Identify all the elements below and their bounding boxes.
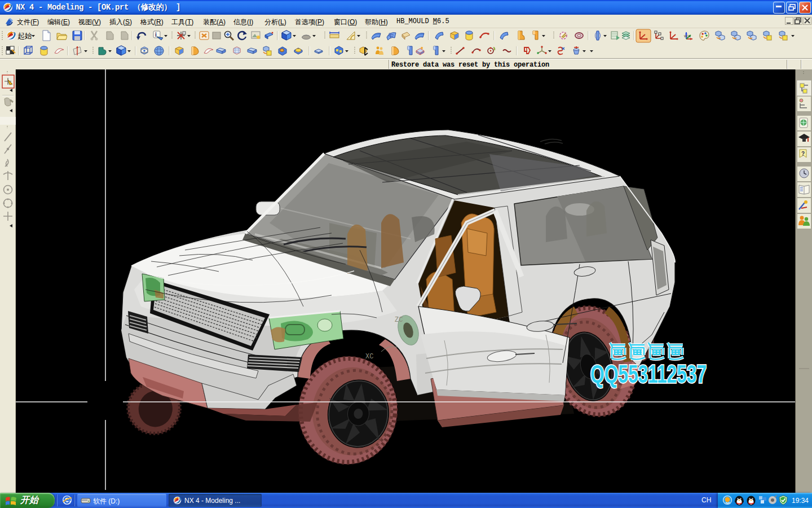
svg-text:XC: XC bbox=[365, 353, 373, 361]
svg-text:?: ? bbox=[801, 151, 805, 157]
svg-text:QQ553112537: QQ553112537 bbox=[590, 360, 707, 388]
svg-text:起始: 起始 bbox=[17, 32, 32, 40]
svg-text:ZC: ZC bbox=[395, 316, 403, 324]
